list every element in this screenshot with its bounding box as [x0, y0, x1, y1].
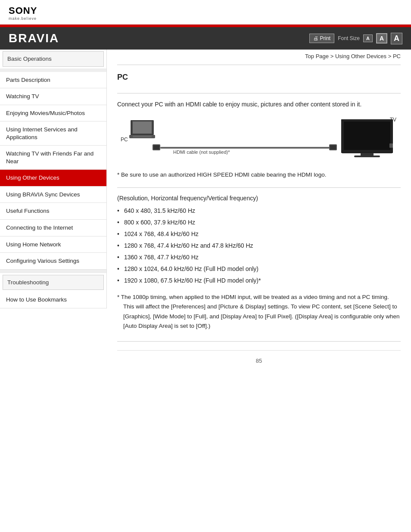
sony-text: SONY: [9, 5, 402, 16]
resolution-item-4: 1280 x 768, 47.4 kHz/60 Hz and 47.8 kHz/…: [117, 240, 401, 252]
bravia-bar: BRAVIA 🖨 Print Font Size A A A: [0, 27, 411, 50]
page-title-section: PC: [117, 68, 401, 90]
sidebar: Basic Operations Parts Description Watch…: [0, 50, 107, 308]
sidebar-item-connecting-internet[interactable]: Connecting to the Internet: [0, 220, 106, 236]
breadcrumb-sep2: >: [388, 53, 393, 59]
breadcrumb-top-page[interactable]: Top Page: [305, 53, 330, 59]
sidebar-item-watching-tv-friends[interactable]: Watching TV with Friends Far and Near: [0, 146, 106, 170]
top-header: SONY make.believe: [0, 0, 411, 25]
pc-laptop-icon: [129, 120, 155, 142]
sidebar-item-using-bravia-sync[interactable]: Using BRAVIA Sync Devices: [0, 187, 106, 203]
hdmi-plug-right: [329, 144, 337, 150]
sidebar-item-troubleshooting[interactable]: Troubleshooting: [3, 275, 104, 290]
font-small-button[interactable]: A: [363, 34, 373, 42]
svg-rect-9: [344, 121, 390, 150]
bravia-controls: 🖨 Print Font Size A A A: [309, 33, 402, 44]
resolution-item-6: 1280 x 1024, 64.0 kHz/60 Hz (Full HD mod…: [117, 263, 401, 275]
sidebar-item-parts-description[interactable]: Parts Description: [0, 72, 106, 89]
divider-2: [117, 93, 401, 93]
divider-4: [117, 341, 401, 342]
print-label: Print: [320, 35, 331, 41]
svg-rect-10: [361, 153, 374, 156]
sidebar-item-watching-tv[interactable]: Watching TV: [0, 88, 106, 105]
resolution-list: 640 x 480, 31.5 kHz/60 Hz 800 x 600, 37.…: [117, 205, 401, 286]
print-icon: 🖨: [313, 35, 318, 41]
sidebar-item-using-other-devices[interactable]: Using Other Devices: [0, 170, 106, 187]
svg-rect-5: [153, 145, 159, 149]
breadcrumb: Top Page > Using Other Devices > PC: [117, 50, 401, 61]
tv-icon: [341, 119, 393, 158]
print-button[interactable]: 🖨 Print: [309, 34, 335, 43]
font-size-label: Font Size: [338, 35, 360, 41]
divider-1: [117, 65, 401, 65]
hdmi-plug-left: [153, 144, 160, 150]
svg-rect-1: [133, 121, 152, 134]
sidebar-item-enjoying-movies[interactable]: Enjoying Movies/Music/Photos: [0, 105, 106, 122]
svg-rect-3: [133, 136, 152, 137]
sony-logo: SONY make.believe: [9, 5, 402, 21]
sidebar-item-how-to-use[interactable]: How to Use Bookmarks: [0, 292, 106, 308]
resolution-section: (Resolution, Horizontal frequency/Vertic…: [117, 195, 401, 331]
sidebar-item-configuring-settings[interactable]: Configuring Various Settings: [0, 253, 106, 270]
page-title: PC: [117, 73, 401, 82]
svg-rect-7: [330, 145, 336, 149]
sidebar-item-useful-functions[interactable]: Useful Functions: [0, 203, 106, 220]
font-medium-button[interactable]: A: [376, 33, 387, 44]
resolution-item-1: 640 x 480, 31.5 kHz/60 Hz: [117, 205, 401, 217]
resolution-item-7: 1920 x 1080, 67.5 kHz/60 Hz (Full HD mod…: [117, 275, 401, 286]
intro-text: Connect your PC with an HDMI cable to en…: [117, 100, 401, 109]
sony-tagline: make.believe: [9, 16, 402, 21]
resolution-item-3: 1024 x 768, 48.4 kHz/60 Hz: [117, 228, 401, 240]
breadcrumb-using-other-devices[interactable]: Using Other Devices: [335, 53, 388, 59]
pc-label: PC: [121, 137, 128, 143]
hdmi-footnote: * Be sure to use an authorized HIGH SPEE…: [117, 170, 401, 180]
resolution-intro: (Resolution, Horizontal frequency/Vertic…: [117, 195, 401, 202]
divider-3: [117, 187, 401, 188]
main-layout: Basic Operations Parts Description Watch…: [0, 50, 411, 381]
breadcrumb-current: PC: [393, 53, 401, 59]
sidebar-item-basic-operations[interactable]: Basic Operations: [3, 51, 104, 67]
resolution-note: * The 1080p timing, when applied to the …: [117, 292, 401, 331]
page-footer: 85: [117, 350, 401, 371]
sidebar-item-using-home-network[interactable]: Using Home Network: [0, 236, 106, 253]
sidebar-item-using-internet[interactable]: Using Internet Services and Applications: [0, 121, 106, 146]
resolution-item-5: 1360 x 768, 47.7 kHz/60 Hz: [117, 252, 401, 263]
breadcrumb-sep1: >: [330, 53, 335, 59]
cable-line: [160, 147, 334, 149]
svg-rect-12: [389, 143, 393, 148]
resolution-item-2: 800 x 600, 37.9 kHz/60 Hz: [117, 217, 401, 228]
connection-diagram: PC HDMI cable (not supplied)*: [117, 115, 401, 167]
font-large-button[interactable]: A: [391, 33, 402, 44]
content-area: Top Page > Using Other Devices > PC PC C…: [107, 50, 411, 381]
svg-rect-11: [354, 156, 380, 157]
bravia-title: BRAVIA: [9, 31, 59, 45]
page-number: 85: [256, 358, 262, 364]
cable-label: HDMI cable (not supplied)*: [173, 149, 230, 155]
